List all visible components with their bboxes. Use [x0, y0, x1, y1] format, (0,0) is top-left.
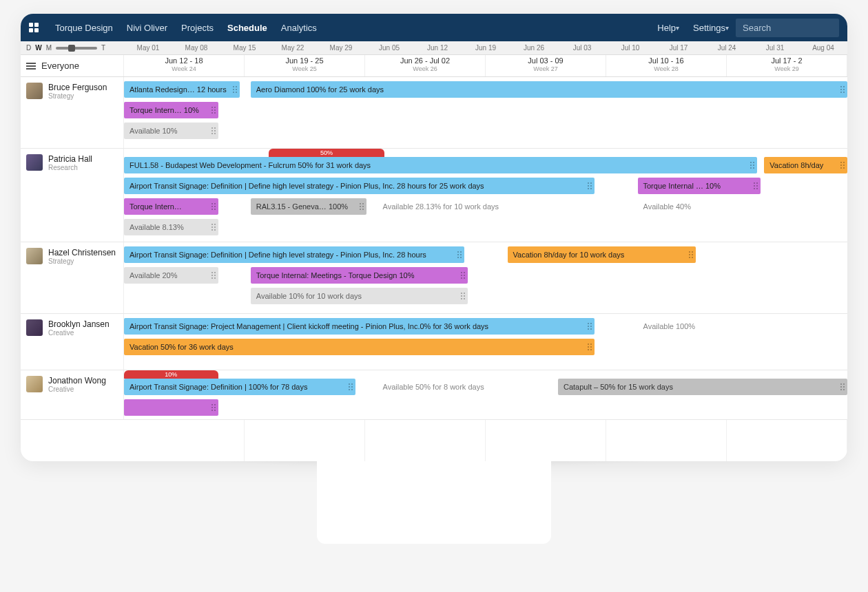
schedule-bar[interactable]: Catapult – 50% for 15 work days [558, 379, 847, 395]
drag-grip-icon[interactable] [750, 162, 754, 169]
search-input[interactable] [736, 19, 839, 37]
person-row: Bruce FergusonStrategyAtlanta Redesign… … [21, 77, 847, 149]
overallocation-pill[interactable]: 50% [269, 149, 384, 157]
drag-grip-icon[interactable] [754, 182, 758, 189]
schedule-bar[interactable]: Vacation 8h/day for 10 work days [508, 246, 696, 263]
drag-grip-icon[interactable] [840, 383, 845, 390]
person-sidebar[interactable]: Brooklyn JansenCreative [21, 314, 124, 370]
nav-projects[interactable]: Projects [174, 14, 220, 41]
week-cell[interactable]: Jun 26 - Jul 02Week 26 [365, 55, 486, 76]
lane-area: Airport Transit Signage: Definition | De… [124, 242, 847, 313]
schedule-bar[interactable]: Available 40% [638, 198, 761, 215]
month-tick: May 08 [172, 44, 220, 52]
week-cell[interactable]: Jul 10 - 16Week 28 [606, 55, 727, 76]
schedule-bar[interactable]: Vacation 8h/day [764, 157, 847, 173]
view-day[interactable]: D [26, 44, 31, 52]
schedule-bar[interactable] [124, 399, 218, 416]
week-cell[interactable]: Jul 03 - 09Week 27 [486, 55, 606, 76]
schedule-bar[interactable]: FUL1.58 - Budapest Web Development - Ful… [124, 157, 757, 173]
nav-user[interactable]: Nivi Oliver [120, 14, 174, 41]
view-month[interactable]: M [46, 44, 52, 52]
schedule-bar[interactable] [378, 399, 537, 416]
schedule-bar[interactable]: Airport Transit Signage: Definition | De… [124, 246, 464, 263]
zoom-slider[interactable] [56, 47, 97, 50]
schedule-bar[interactable]: Torque Intern… [124, 198, 218, 215]
view-toggle: D W M T [21, 44, 124, 52]
nav-help[interactable]: Help [650, 14, 686, 41]
drag-grip-icon[interactable] [211, 404, 216, 411]
nav-schedule[interactable]: Schedule [220, 14, 274, 41]
drag-grip-icon[interactable] [233, 86, 237, 93]
drag-grip-icon[interactable] [840, 162, 845, 169]
avatar [26, 154, 43, 171]
drag-grip-icon[interactable] [840, 86, 845, 93]
schedule-bar[interactable]: Atlanta Redesign… 12 hours [124, 81, 240, 98]
schedule-bar[interactable]: Available 50% for 8 work days [378, 379, 537, 395]
drag-grip-icon[interactable] [457, 251, 462, 258]
person-sidebar[interactable]: Hazel ChristensenStrategy [21, 242, 124, 313]
avatar [26, 319, 43, 336]
schedule-bar[interactable]: RAL3.15 - Geneva… 100% [251, 198, 366, 215]
person-sidebar[interactable]: Jonathon WongCreative [21, 370, 124, 419]
week-cell[interactable]: Jun 12 - 18Week 24 [124, 55, 245, 76]
drag-grip-icon[interactable] [211, 224, 216, 231]
monitor-stand [317, 461, 551, 544]
view-today[interactable]: T [101, 44, 105, 52]
zoom-handle[interactable] [68, 45, 75, 52]
schedule-bar[interactable]: Vacation 50% for 36 work days [124, 339, 595, 355]
drag-grip-icon[interactable] [349, 383, 353, 390]
schedule-bar[interactable]: Available 28.13% for 10 work days [378, 198, 595, 215]
schedule-bar[interactable]: Available 10% [124, 123, 218, 139]
timeline-month-strip: D W M T May 01May 08May 15May 22May 29Ju… [21, 41, 847, 55]
drag-grip-icon[interactable] [461, 272, 465, 279]
schedule-body: Bruce FergusonStrategyAtlanta Redesign… … [21, 77, 847, 461]
overallocation-pill[interactable]: 10% [124, 370, 218, 379]
drag-grip-icon[interactable] [588, 323, 592, 330]
month-tick: Jul 17 [654, 44, 703, 52]
drag-grip-icon[interactable] [461, 293, 465, 299]
drag-grip-icon[interactable] [211, 127, 216, 134]
month-tick: May 22 [269, 44, 317, 52]
schedule-bar[interactable]: Aero Diamond 100% for 25 work days [251, 81, 847, 98]
view-week[interactable]: W [35, 44, 41, 52]
person-name: Bruce Ferguson [48, 83, 107, 92]
lane-area: 10%Airport Transit Signage: Definition |… [124, 370, 847, 419]
drag-grip-icon[interactable] [689, 251, 693, 258]
schedule-bar[interactable]: Available 20% [124, 267, 218, 284]
hamburger-icon[interactable] [26, 63, 36, 70]
drag-grip-icon[interactable] [588, 182, 592, 189]
person-name: Jonathon Wong [48, 376, 106, 385]
drag-grip-icon[interactable] [360, 203, 364, 210]
schedule-bar[interactable]: Available 8.13% [124, 219, 218, 235]
sidebar-filter[interactable]: Everyone [21, 55, 124, 76]
week-cell[interactable]: Jun 19 - 25Week 25 [245, 55, 365, 76]
month-ticks: May 01May 08May 15May 22May 29Jun 05Jun … [124, 44, 847, 52]
person-sidebar[interactable]: Patricia HallResearch [21, 149, 124, 242]
schedule-bar[interactable]: Airport Transit Signage: Project Managem… [124, 318, 595, 335]
schedule-bar[interactable]: Torque Intern… 10% [124, 102, 218, 118]
schedule-bar[interactable]: Airport Transit Signage: Definition | 10… [124, 379, 355, 395]
schedule-bar[interactable]: Torque Internal … 10% [638, 178, 761, 194]
drag-grip-icon[interactable] [588, 343, 592, 350]
drag-grip-icon[interactable] [211, 107, 216, 114]
month-tick: Jul 10 [606, 44, 654, 52]
month-tick: Aug 04 [799, 44, 847, 52]
person-sidebar[interactable]: Bruce FergusonStrategy [21, 77, 124, 148]
nav-analytics[interactable]: Analytics [274, 14, 324, 41]
drag-grip-icon[interactable] [211, 272, 216, 279]
person-role: Creative [48, 329, 110, 337]
week-cells: Jun 12 - 18Week 24Jun 19 - 25Week 25Jun … [124, 55, 847, 76]
nav-brand[interactable]: Torque Design [48, 14, 120, 41]
schedule-bar[interactable]: Torque Internal: Meetings - Torque Desig… [251, 267, 468, 284]
drag-grip-icon[interactable] [211, 203, 216, 210]
schedule-bar[interactable]: Airport Transit Signage: Definition | De… [124, 178, 595, 194]
week-cell[interactable]: Jul 17 - 2Week 29 [727, 55, 847, 76]
schedule-bar[interactable]: Available 10% for 10 work days [251, 288, 468, 304]
month-tick: Jun 26 [510, 44, 558, 52]
lane-area: Airport Transit Signage: Project Managem… [124, 314, 847, 370]
avatar [26, 248, 43, 264]
nav-settings[interactable]: Settings [686, 14, 736, 41]
schedule-bar[interactable]: Available 100% [638, 318, 761, 335]
month-tick: Jul 31 [751, 44, 799, 52]
person-row: Hazel ChristensenStrategyAirport Transit… [21, 242, 847, 314]
